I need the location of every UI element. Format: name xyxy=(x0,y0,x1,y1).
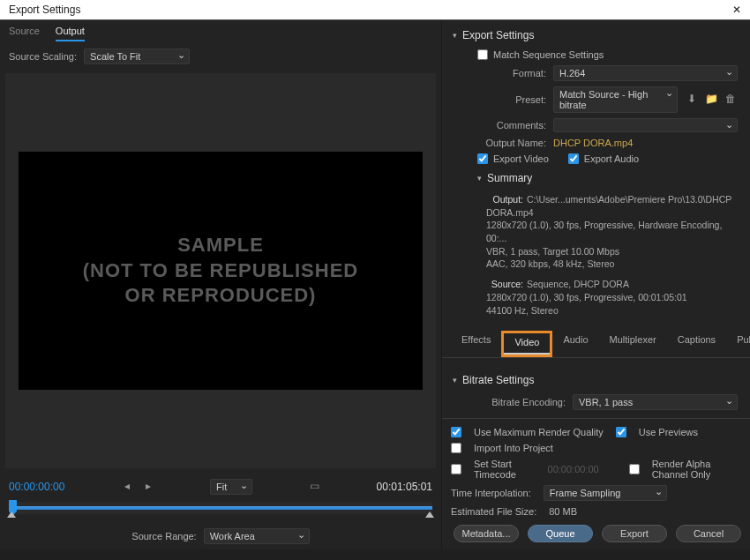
render-alpha-checkbox[interactable] xyxy=(629,464,640,474)
tab-publish[interactable]: Publish xyxy=(726,331,750,357)
metadata-button[interactable]: Metadata... xyxy=(454,525,519,542)
cancel-button[interactable]: Cancel xyxy=(676,525,741,542)
summary-output: Output:C:\User...uments\Adobe\Premiere P… xyxy=(446,190,746,274)
total-time: 00:01:05:01 xyxy=(377,481,432,493)
source-range-label: Source Range: xyxy=(131,531,196,541)
tab-multiplexer[interactable]: Multiplexer xyxy=(599,331,667,357)
chevron-down-icon: ▾ xyxy=(453,31,457,40)
preview-area: SAMPLE (NOT TO BE REPUBLISHED OR REPRODU… xyxy=(5,73,436,468)
bottom-options: Use Maximum Render Quality Use Previews … xyxy=(442,418,750,549)
export-button[interactable]: Export xyxy=(602,525,667,542)
left-panel: Source Output Source Scaling: Scale To F… xyxy=(0,20,441,549)
time-interpolation-dropdown[interactable]: Frame Sampling xyxy=(544,485,667,501)
next-frame-icon[interactable]: ▸ xyxy=(141,480,155,494)
fit-dropdown[interactable]: Fit xyxy=(210,479,252,495)
use-previews-checkbox[interactable] xyxy=(616,427,626,437)
tab-effects[interactable]: Effects xyxy=(451,331,501,357)
queue-button[interactable]: Queue xyxy=(528,525,593,542)
timeline-slider[interactable] xyxy=(9,502,432,514)
export-video-checkbox[interactable] xyxy=(477,153,488,164)
preset-dropdown[interactable]: Match Source - High bitrate xyxy=(553,86,678,113)
summary-source: Source:Sequence, DHCP DORA 1280x720 (1.0… xyxy=(446,274,746,320)
tab-captions[interactable]: Captions xyxy=(667,331,726,357)
tab-source[interactable]: Source xyxy=(9,26,40,41)
current-time[interactable]: 00:00:00:00 xyxy=(9,481,64,493)
output-name-link[interactable]: DHCP DORA.mp4 xyxy=(553,138,633,148)
comments-input[interactable] xyxy=(553,118,738,132)
format-dropdown[interactable]: H.264 xyxy=(553,65,738,81)
tab-output[interactable]: Output xyxy=(56,26,85,41)
match-sequence-checkbox[interactable] xyxy=(477,49,488,60)
scaling-dropdown[interactable]: Scale To Fit xyxy=(84,49,190,64)
prev-frame-icon[interactable]: ◂ xyxy=(120,480,134,494)
title-bar: Export Settings ✕ xyxy=(0,0,750,20)
tab-video[interactable]: Video xyxy=(504,333,550,355)
export-settings-header[interactable]: ▾ Export Settings xyxy=(446,24,746,47)
sample-watermark: SAMPLE (NOT TO BE REPUBLISHED OR REPRODU… xyxy=(83,233,359,309)
tab-video-highlight: Video xyxy=(501,331,552,357)
source-range-dropdown[interactable]: Work Area xyxy=(204,528,310,544)
media-tabs: Effects Video Audio Multiplexer Captions… xyxy=(442,325,750,358)
tab-audio[interactable]: Audio xyxy=(552,331,598,357)
aspect-icon[interactable]: ▭ xyxy=(307,480,321,494)
window-title: Export Settings xyxy=(9,4,80,16)
export-audio-checkbox[interactable] xyxy=(568,153,579,164)
delete-preset-icon[interactable]: 🗑 xyxy=(724,93,738,107)
import-preset-icon[interactable]: 📁 xyxy=(704,93,718,107)
close-icon[interactable]: ✕ xyxy=(732,4,741,16)
bitrate-settings-header[interactable]: ▾ Bitrate Settings xyxy=(446,369,746,392)
max-render-quality-checkbox[interactable] xyxy=(451,427,461,437)
scaling-row: Source Scaling: Scale To Fit xyxy=(0,41,441,71)
preview-frame: SAMPLE (NOT TO BE REPUBLISHED OR REPRODU… xyxy=(19,152,423,390)
bitrate-encoding-dropdown[interactable]: VBR, 1 pass xyxy=(573,394,738,410)
chevron-down-icon: ▾ xyxy=(477,174,482,183)
estimated-file-size: 80 MB xyxy=(549,506,577,517)
scaling-label: Source Scaling: xyxy=(9,51,77,62)
import-project-checkbox[interactable] xyxy=(451,443,461,453)
summary-header[interactable]: ▾ Summary xyxy=(446,167,746,190)
set-start-tc-checkbox[interactable] xyxy=(451,464,461,474)
save-preset-icon[interactable]: ⬇ xyxy=(685,93,699,107)
chevron-down-icon: ▾ xyxy=(453,376,457,385)
preview-tabs: Source Output xyxy=(0,20,441,41)
